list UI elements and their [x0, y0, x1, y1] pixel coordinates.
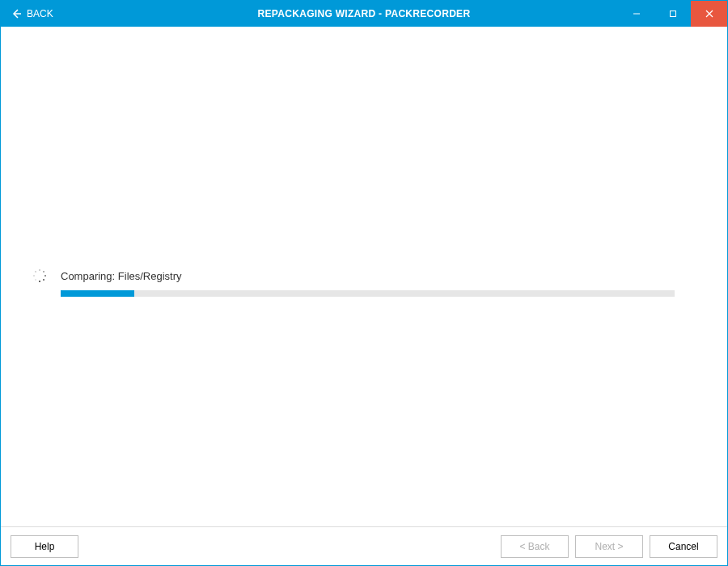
- cancel-button[interactable]: Cancel: [650, 535, 717, 558]
- help-button[interactable]: Help: [11, 535, 78, 558]
- back-label: BACK: [27, 8, 53, 19]
- progress-row: Comparing: Files/Registry: [33, 269, 675, 282]
- close-button[interactable]: [691, 1, 727, 27]
- back-arrow-icon: [11, 8, 22, 19]
- wizard-next-button: Next >: [575, 535, 643, 558]
- window-title: REPACKAGING WIZARD - PACKRECORDER: [258, 8, 471, 19]
- svg-rect-1: [670, 11, 675, 17]
- window-controls: [618, 1, 727, 27]
- wizard-back-button: < Back: [501, 535, 569, 558]
- footer: Help < Back Next > Cancel: [1, 526, 727, 565]
- content-area: Comparing: Files/Registry: [1, 27, 727, 526]
- minimize-button[interactable]: [618, 1, 654, 27]
- progress-bar: [61, 290, 675, 297]
- spinner-icon: [33, 269, 46, 282]
- close-icon: [705, 10, 713, 18]
- status-text: Comparing: Files/Registry: [61, 270, 182, 282]
- minimize-icon: [633, 10, 641, 18]
- progress-section: Comparing: Files/Registry: [33, 269, 675, 297]
- back-button[interactable]: BACK: [1, 1, 63, 27]
- maximize-icon: [669, 10, 677, 18]
- titlebar: BACK REPACKAGING WIZARD - PACKRECORDER: [1, 1, 727, 27]
- progress-fill: [61, 290, 134, 297]
- maximize-button[interactable]: [654, 1, 691, 27]
